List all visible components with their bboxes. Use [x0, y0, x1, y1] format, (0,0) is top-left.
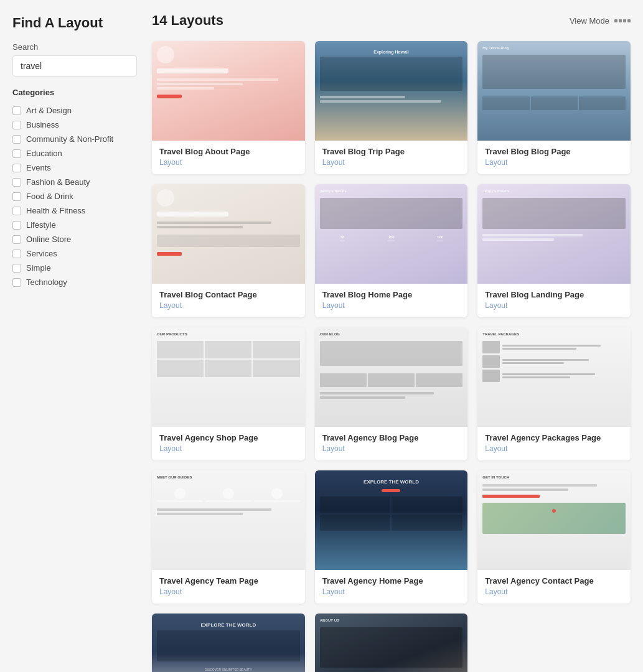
card-travel-blog-home[interactable]: Jenny's travels 38 trips 150 photos — [315, 184, 468, 317]
card-agency-home[interactable]: EXPLORE THE WORLD Travel Agency Home Pag… — [315, 470, 468, 604]
card-agency-landing[interactable]: EXPLORE THE WORLD DISCOVER UNLIMITED BEA… — [152, 614, 305, 672]
card-type-travel-blog-landing: Layout — [485, 301, 623, 310]
sidebar: Find A Layout Search Categories Art & De… — [12, 12, 137, 672]
checkbox-education[interactable] — [12, 149, 21, 158]
category-label-food: Food & Drink — [26, 192, 73, 201]
sidebar-title: Find A Layout — [12, 15, 137, 31]
checkbox-technology[interactable] — [12, 278, 21, 287]
card-travel-blog-landing[interactable]: Jenny's travels Travel Blog Landing Page… — [477, 184, 631, 317]
card-body-travel-blog-contact: Travel Blog Contact Page Layout — [152, 284, 305, 317]
grid-view-icon — [614, 19, 631, 22]
card-agency-about[interactable]: ABOUT US CUSTOM TRAVEL COMMUNICATIONS Tr… — [315, 614, 468, 672]
card-thumbnail-agency-shop: OUR PRODUCTS — [152, 327, 305, 427]
view-mode-label: View Mode — [570, 16, 609, 26]
checkbox-health[interactable] — [12, 207, 21, 215]
card-type-travel-blog-contact: Layout — [159, 301, 298, 310]
sidebar-item-lifestyle[interactable]: Lifestyle — [12, 218, 137, 232]
card-title-travel-blog-landing: Travel Blog Landing Page — [485, 290, 623, 299]
card-type-travel-blog-trip: Layout — [322, 158, 461, 167]
card-thumbnail-agency-contact: GET IN TOUCH — [477, 470, 631, 570]
card-thumbnail-travel-blog-home: Jenny's travels 38 trips 150 photos — [315, 184, 468, 284]
card-body-travel-blog-blog: Travel Blog Blog Page Layout — [477, 141, 631, 174]
sidebar-item-simple[interactable]: Simple — [12, 261, 137, 275]
card-type-agency-contact: Layout — [485, 587, 623, 596]
card-thumbnail-travel-blog-contact — [152, 184, 305, 284]
card-thumbnail-agency-packages: TRAVEL PACKAGES — [477, 327, 631, 427]
sidebar-item-services[interactable]: Services — [12, 246, 137, 261]
card-type-travel-blog-home: Layout — [322, 301, 461, 310]
sidebar-item-online-store[interactable]: Online Store — [12, 232, 137, 246]
card-title-travel-blog-about: Travel Blog About Page — [159, 147, 298, 156]
main-content: 14 Layouts View Mode — [152, 12, 631, 672]
card-agency-shop[interactable]: OUR PRODUCTS Travel Agency Shop Page — [152, 327, 305, 460]
card-travel-blog-trip[interactable]: Exploring Hawaii Travel Blog Trip Page L… — [315, 41, 468, 174]
sidebar-item-events[interactable]: Events — [12, 161, 137, 175]
sidebar-item-art-design[interactable]: Art & Design — [12, 103, 137, 118]
categories-title: Categories — [12, 88, 137, 97]
sidebar-item-health[interactable]: Health & Fitness — [12, 203, 137, 218]
checkbox-lifestyle[interactable] — [12, 221, 21, 230]
card-body-agency-contact: Travel Agency Contact Page Layout — [477, 570, 631, 604]
card-thumbnail-travel-blog-about — [152, 41, 305, 141]
card-body-agency-packages: Travel Agency Packages Page Layout — [477, 427, 631, 460]
search-input[interactable] — [12, 55, 137, 77]
card-travel-blog-about[interactable]: Travel Blog About Page Layout — [152, 41, 305, 174]
sidebar-item-community[interactable]: Community & Non-Profit — [12, 132, 137, 146]
card-title-travel-blog-blog: Travel Blog Blog Page — [485, 147, 623, 156]
card-body-travel-blog-landing: Travel Blog Landing Page Layout — [477, 284, 631, 317]
card-type-agency-team: Layout — [159, 587, 298, 596]
sidebar-item-business[interactable]: Business — [12, 118, 137, 132]
card-agency-packages[interactable]: TRAVEL PACKAGES — [477, 327, 631, 460]
card-type-agency-packages: Layout — [485, 444, 623, 453]
card-title-agency-home: Travel Agency Home Page — [322, 576, 461, 586]
card-thumbnail-agency-blog: OUR BLOG — [315, 327, 468, 427]
checkbox-food[interactable] — [12, 192, 21, 201]
category-label-education: Education — [26, 149, 62, 158]
card-title-agency-contact: Travel Agency Contact Page — [485, 576, 623, 586]
category-label-art-design: Art & Design — [26, 106, 72, 115]
checkbox-simple[interactable] — [12, 264, 21, 273]
view-mode-button[interactable]: View Mode — [570, 16, 631, 26]
card-thumbnail-travel-blog-trip: Exploring Hawaii — [315, 41, 468, 141]
card-title-agency-blog: Travel Agency Blog Page — [322, 433, 461, 442]
sidebar-item-education[interactable]: Education — [12, 146, 137, 161]
checkbox-services[interactable] — [12, 250, 21, 258]
category-label-lifestyle: Lifestyle — [26, 220, 56, 230]
layouts-count: 14 Layouts — [152, 12, 223, 29]
category-label-online-store: Online Store — [26, 235, 71, 244]
category-label-events: Events — [26, 163, 51, 172]
category-label-community: Community & Non-Profit — [26, 134, 113, 144]
category-label-technology: Technology — [26, 278, 67, 287]
checkbox-events[interactable] — [12, 164, 21, 172]
card-thumbnail-travel-blog-landing: Jenny's travels — [477, 184, 631, 284]
checkbox-online-store[interactable] — [12, 235, 21, 244]
card-agency-contact[interactable]: GET IN TOUCH Travel Agency Contact Page — [477, 470, 631, 604]
checkbox-community[interactable] — [12, 135, 21, 144]
card-travel-blog-blog[interactable]: My Travel Blog Travel Blog Blog Page Lay… — [477, 41, 631, 174]
card-thumbnail-agency-landing: EXPLORE THE WORLD DISCOVER UNLIMITED BEA… — [152, 614, 305, 672]
category-label-health: Health & Fitness — [26, 206, 85, 215]
sidebar-item-food[interactable]: Food & Drink — [12, 189, 137, 203]
card-type-agency-home: Layout — [322, 587, 461, 596]
card-travel-blog-contact[interactable]: Travel Blog Contact Page Layout — [152, 184, 305, 317]
checkbox-fashion[interactable] — [12, 178, 21, 187]
card-body-agency-team: Travel Agency Team Page Layout — [152, 570, 305, 604]
card-agency-blog[interactable]: OUR BLOG Travel Agenc — [315, 327, 468, 460]
sidebar-item-fashion[interactable]: Fashion & Beauty — [12, 175, 137, 189]
card-agency-team[interactable]: MEET OUR GUIDES — [152, 470, 305, 604]
main-header: 14 Layouts View Mode — [152, 12, 631, 29]
card-title-travel-blog-home: Travel Blog Home Page — [322, 290, 461, 299]
checkbox-business[interactable] — [12, 121, 21, 129]
layouts-grid: Travel Blog About Page Layout Exploring … — [152, 41, 631, 672]
category-label-business: Business — [26, 120, 59, 129]
card-type-agency-shop: Layout — [159, 444, 298, 453]
card-thumbnail-agency-team: MEET OUR GUIDES — [152, 470, 305, 570]
card-thumbnail-agency-about: ABOUT US CUSTOM TRAVEL COMMUNICATIONS — [315, 614, 468, 672]
card-thumbnail-travel-blog-blog: My Travel Blog — [477, 41, 631, 141]
sidebar-item-technology[interactable]: Technology — [12, 275, 137, 289]
card-title-travel-blog-contact: Travel Blog Contact Page — [159, 290, 298, 299]
card-title-agency-team: Travel Agency Team Page — [159, 576, 298, 586]
card-title-travel-blog-trip: Travel Blog Trip Page — [322, 147, 461, 156]
checkbox-art-design[interactable] — [12, 106, 21, 115]
card-body-travel-blog-about: Travel Blog About Page Layout — [152, 141, 305, 174]
